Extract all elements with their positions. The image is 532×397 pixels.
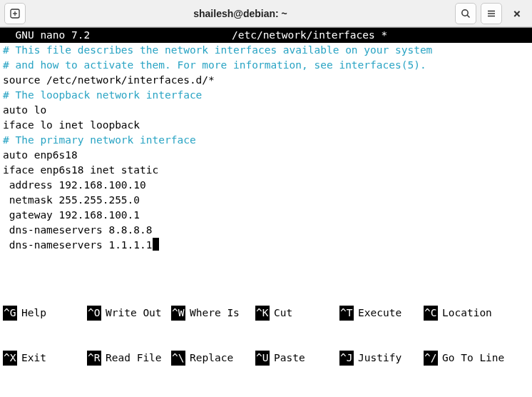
shortcut: ^WWhere Is <box>171 306 255 321</box>
shortcut-key: ^G <box>3 306 17 321</box>
editor-line: iface lo inet loopback <box>3 118 529 133</box>
search-button[interactable] <box>455 3 476 24</box>
shortcut-label: Where Is <box>190 306 240 321</box>
editor-line: netmask 255.255.255.0 <box>3 193 529 208</box>
shortcut: ^/Go To Line <box>424 351 504 366</box>
svg-point-3 <box>462 9 468 15</box>
editor-line: dns-nameservers 1.1.1.1 <box>3 238 529 253</box>
shortcut-key: ^X <box>3 351 17 366</box>
shortcut: ^TExecute <box>339 306 424 321</box>
hamburger-icon <box>486 8 497 19</box>
shortcut: ^XExit <box>3 351 87 366</box>
nano-file-path: /etc/network/interfaces * <box>90 28 529 43</box>
text-cursor <box>153 238 159 251</box>
shortcut-key: ^\ <box>171 351 185 366</box>
menu-button[interactable] <box>481 3 502 24</box>
shortcut-label: Go To Line <box>442 351 504 366</box>
editor-line: # The loopback network interface <box>3 88 529 103</box>
new-tab-button[interactable] <box>4 3 26 24</box>
shortcut: ^CLocation <box>424 306 492 321</box>
shortcut-key: ^C <box>424 306 438 321</box>
shortcut-label: Justify <box>358 351 401 366</box>
shortcut: ^RRead File <box>87 351 171 366</box>
shortcut-key: ^/ <box>424 351 438 366</box>
shortcut-key: ^J <box>339 351 354 366</box>
close-button[interactable]: × <box>506 3 528 24</box>
svg-line-4 <box>467 15 469 17</box>
shortcut-key: ^T <box>339 306 354 321</box>
shortcut-row: ^GHelp^OWrite Out^WWhere Is^KCut^TExecut… <box>3 306 529 321</box>
editor-line: auto enp6s18 <box>3 148 529 163</box>
shortcut: ^KCut <box>255 306 339 321</box>
shortcut-key: ^W <box>171 306 185 321</box>
shortcut-label: Help <box>21 306 46 321</box>
editor-line: # The primary network interface <box>3 133 529 148</box>
shortcut: ^\Replace <box>171 351 255 366</box>
terminal[interactable]: GNU nano 7.2 /etc/network/interfaces * #… <box>0 27 532 397</box>
window-title: shailesh@debian: ~ <box>30 8 451 19</box>
window-titlebar: shailesh@debian: ~ × <box>0 0 532 27</box>
editor-line: auto lo <box>3 103 529 118</box>
shortcut-label: Location <box>442 306 492 321</box>
editor-line: gateway 192.168.100.1 <box>3 208 529 223</box>
shortcut-key: ^O <box>87 306 101 321</box>
shortcut-label: Cut <box>274 306 292 321</box>
shortcut: ^JJustify <box>339 351 424 366</box>
shortcut-row: ^XExit^RRead File^\Replace^UPaste^JJusti… <box>3 351 529 366</box>
nano-footer: ^GHelp^OWrite Out^WWhere Is^KCut^TExecut… <box>0 276 532 397</box>
editor-line: address 192.168.100.10 <box>3 178 529 193</box>
shortcut: ^UPaste <box>255 351 339 366</box>
shortcut-key: ^R <box>87 351 101 366</box>
shortcut-label: Execute <box>358 306 401 321</box>
shortcut-label: Write Out <box>106 306 162 321</box>
shortcut-label: Paste <box>274 351 305 366</box>
editor-line: # This file describes the network interf… <box>3 43 529 58</box>
editor-body[interactable]: # This file describes the network interf… <box>0 43 532 276</box>
shortcut-label: Exit <box>21 351 46 366</box>
shortcut-key: ^K <box>255 306 270 321</box>
editor-line: # and how to activate them. For more inf… <box>3 58 529 73</box>
shortcut: ^OWrite Out <box>87 306 171 321</box>
shortcut: ^GHelp <box>3 306 87 321</box>
shortcut-label: Replace <box>190 351 233 366</box>
editor-line: source /etc/network/interfaces.d/* <box>3 73 529 88</box>
nano-app-name: GNU nano 7.2 <box>3 28 90 43</box>
shortcut-label: Read File <box>106 351 162 366</box>
close-icon: × <box>513 6 521 21</box>
editor-line: iface enp6s18 inet static <box>3 163 529 178</box>
new-tab-icon <box>9 8 21 19</box>
nano-header: GNU nano 7.2 /etc/network/interfaces * <box>0 28 532 43</box>
editor-line: dns-nameservers 8.8.8.8 <box>3 223 529 238</box>
search-icon <box>460 8 471 19</box>
shortcut-key: ^U <box>255 351 270 366</box>
